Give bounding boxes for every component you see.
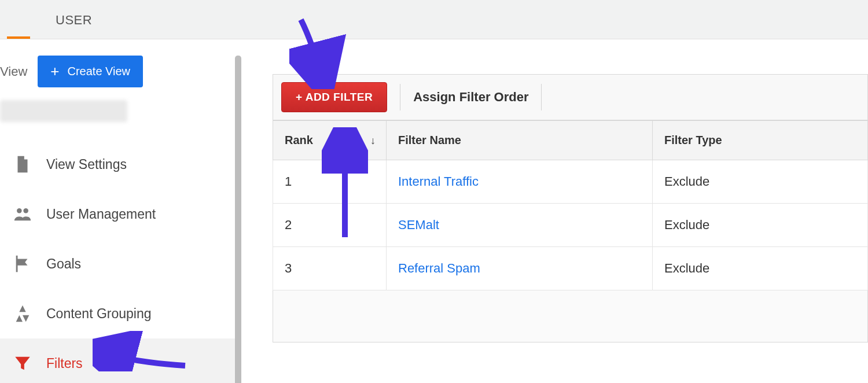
add-filter-button[interactable]: + ADD FILTER [281,82,387,112]
separator [541,84,542,111]
sidebar-item-filters[interactable]: Filters [0,338,238,383]
grouping-icon [13,304,32,323]
active-tab-indicator [7,36,30,39]
tab-user[interactable]: USER [0,0,109,28]
rank-cell: 2 [273,204,387,247]
plus-icon: + [50,62,59,80]
sidebar-item-goals[interactable]: Goals [0,239,238,289]
sort-down-icon: ↓ [370,134,376,146]
view-label: View [0,64,27,79]
create-view-label: Create View [67,65,130,78]
rank-header-label: Rank [285,134,313,146]
filter-type-cell: Exclude [653,204,868,247]
filters-table: Rank ↓ Filter Name Filter Type 1 Interna… [273,120,868,290]
sidebar-nav: View Settings User Management Goals Cont… [0,139,238,383]
table-row: 1 Internal Traffic Exclude [273,160,868,204]
filter-name-link[interactable]: Internal Traffic [398,174,479,189]
filter-type-cell: Exclude [653,247,868,290]
rank-cell: 1 [273,160,387,204]
toolbar: + ADD FILTER Assign Filter Order [273,74,868,120]
assign-filter-order-link[interactable]: Assign Filter Order [413,90,528,105]
header: USER [0,0,868,39]
sidebar-item-label: User Management [46,207,156,222]
rank-column-header[interactable]: Rank ↓ [273,121,387,160]
table-row: 3 Referral Spam Exclude [273,247,868,290]
create-view-button[interactable]: + Create View [38,56,143,87]
flag-icon [13,254,32,274]
funnel-icon [13,353,32,373]
file-icon [13,154,32,174]
table-footer [273,290,868,343]
sidebar-item-label: Filters [46,356,83,371]
filter-name-column-header[interactable]: Filter Name [387,121,653,160]
filter-type-column-header[interactable]: Filter Type [653,121,868,160]
sidebar-item-label: Content Grouping [46,306,152,322]
blurred-text [0,100,127,122]
svg-point-1 [23,208,28,213]
sidebar-item-content-grouping[interactable]: Content Grouping [0,289,238,338]
people-icon [13,204,32,224]
rank-cell: 3 [273,247,387,290]
filter-name-link[interactable]: Referral Spam [398,261,480,275]
scrollbar[interactable] [235,56,241,383]
sidebar: View + Create View View Settings User Ma… [0,39,238,383]
table-row: 2 SEMalt Exclude [273,204,868,247]
filter-name-link[interactable]: SEMalt [398,218,439,232]
sidebar-item-label: View Settings [46,157,127,172]
sidebar-item-view-settings[interactable]: View Settings [0,139,238,189]
content: + ADD FILTER Assign Filter Order Rank ↓ … [238,39,868,383]
sidebar-item-user-management[interactable]: User Management [0,189,238,239]
svg-point-0 [17,208,21,213]
separator [400,84,400,111]
sidebar-item-label: Goals [46,256,81,272]
filter-type-cell: Exclude [653,160,868,204]
scrollbar-thumb[interactable] [235,56,241,383]
